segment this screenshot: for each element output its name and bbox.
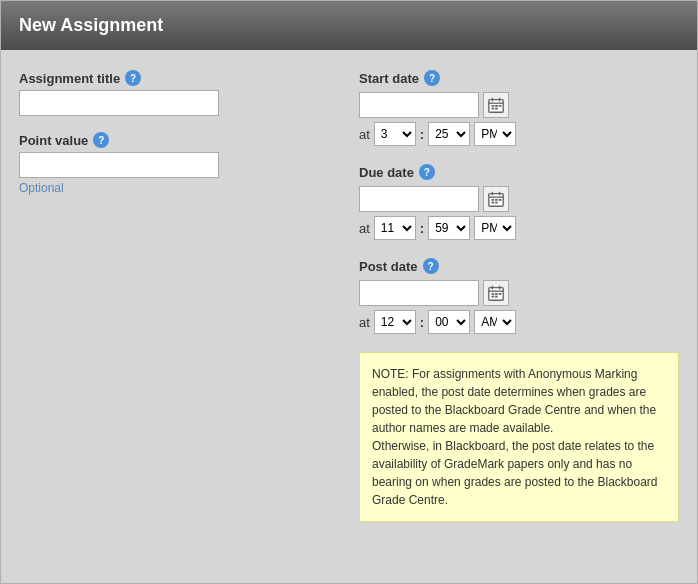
title-bar: New Assignment	[1, 1, 697, 50]
post-at-label: at	[359, 315, 370, 330]
svg-rect-23	[495, 293, 498, 295]
svg-rect-25	[492, 296, 495, 298]
start-minute-select[interactable]: 00051015 20253035 4045505559	[428, 122, 470, 146]
due-ampm-select[interactable]: AMPM	[474, 216, 516, 240]
svg-rect-14	[495, 199, 498, 201]
content-area: Assignment title ? Point value ? Optiona…	[1, 50, 697, 542]
start-date-input[interactable]: 12-Jun-2013	[359, 92, 479, 118]
due-hour-select[interactable]: 1234 5678 9101112	[374, 216, 416, 240]
svg-rect-7	[492, 108, 495, 110]
post-date-input-row: 20-Jun-2013	[359, 280, 679, 306]
start-date-section: Start date ? 12-Jun-2013	[359, 70, 679, 146]
due-date-section: Due date ? 19-Jun-2013	[359, 164, 679, 240]
post-date-input[interactable]: 20-Jun-2013	[359, 280, 479, 306]
start-time-row: at 1234 5678 9101112 : 00051015 20253035…	[359, 122, 679, 146]
due-date-label: Due date ?	[359, 164, 679, 180]
due-time-row: at 1234 5678 9101112 : 00051015 20253035…	[359, 216, 679, 240]
start-date-input-row: 12-Jun-2013	[359, 92, 679, 118]
post-date-section: Post date ? 20-Jun-2013	[359, 258, 679, 334]
due-at-label: at	[359, 221, 370, 236]
window: New Assignment Assignment title ? Point …	[0, 0, 698, 584]
svg-rect-22	[492, 293, 495, 295]
start-colon: :	[420, 127, 424, 142]
svg-rect-26	[495, 296, 498, 298]
assignment-title-input[interactable]	[19, 90, 219, 116]
post-colon: :	[420, 315, 424, 330]
post-minute-select[interactable]: 00051015 20253035 4045505559	[428, 310, 470, 334]
svg-rect-13	[492, 199, 495, 201]
due-colon: :	[420, 221, 424, 236]
svg-rect-17	[495, 202, 498, 204]
point-value-input[interactable]	[19, 152, 219, 178]
start-date-calendar-icon[interactable]	[483, 92, 509, 118]
point-value-group: Point value ? Optional	[19, 132, 339, 195]
post-hour-select[interactable]: 1234 5678 9101112	[374, 310, 416, 334]
due-date-input[interactable]: 19-Jun-2013	[359, 186, 479, 212]
start-hour-select[interactable]: 1234 5678 9101112	[374, 122, 416, 146]
assignment-title-label: Assignment title ?	[19, 70, 339, 86]
point-value-label: Point value ?	[19, 132, 339, 148]
note-box: NOTE: For assignments with Anonymous Mar…	[359, 352, 679, 522]
start-date-help-icon[interactable]: ?	[424, 70, 440, 86]
post-ampm-select[interactable]: AMPM	[474, 310, 516, 334]
post-time-row: at 1234 5678 9101112 : 00051015 20253035…	[359, 310, 679, 334]
svg-rect-16	[492, 202, 495, 204]
post-date-help-icon[interactable]: ?	[423, 258, 439, 274]
note-text: NOTE: For assignments with Anonymous Mar…	[372, 367, 658, 507]
svg-rect-4	[492, 105, 495, 107]
optional-label: Optional	[19, 181, 339, 195]
left-panel: Assignment title ? Point value ? Optiona…	[19, 70, 359, 522]
right-panel: Start date ? 12-Jun-2013	[359, 70, 679, 522]
post-date-label: Post date ?	[359, 258, 679, 274]
start-ampm-select[interactable]: AMPM	[474, 122, 516, 146]
due-minute-select[interactable]: 00051015 20253035 4045505559	[428, 216, 470, 240]
svg-rect-5	[495, 105, 498, 107]
svg-rect-24	[499, 293, 502, 295]
post-date-calendar-icon[interactable]	[483, 280, 509, 306]
point-value-help-icon[interactable]: ?	[93, 132, 109, 148]
start-date-label: Start date ?	[359, 70, 679, 86]
start-at-label: at	[359, 127, 370, 142]
svg-rect-8	[495, 108, 498, 110]
page-title: New Assignment	[19, 15, 163, 35]
due-date-help-icon[interactable]: ?	[419, 164, 435, 180]
due-date-input-row: 19-Jun-2013	[359, 186, 679, 212]
due-date-calendar-icon[interactable]	[483, 186, 509, 212]
assignment-title-group: Assignment title ?	[19, 70, 339, 116]
svg-rect-6	[499, 105, 502, 107]
svg-rect-15	[499, 199, 502, 201]
assignment-title-help-icon[interactable]: ?	[125, 70, 141, 86]
